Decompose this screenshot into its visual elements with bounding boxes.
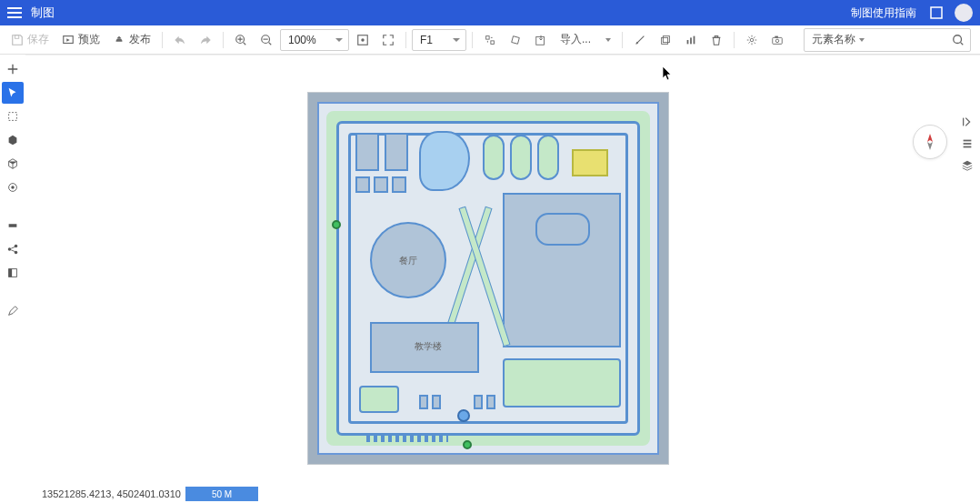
map-canvas[interactable]: 餐厅 教学楼 [25,55,980,503]
panel-tool[interactable] [2,262,24,284]
green-area[interactable] [359,386,399,413]
separator [223,32,224,48]
svg-point-21 [775,39,779,43]
green-area[interactable] [537,135,559,180]
select-tool[interactable] [2,82,24,104]
svg-rect-22 [775,35,778,37]
save-button[interactable]: 保存 [5,29,55,51]
camera-button[interactable] [765,29,789,51]
node-icon[interactable] [463,440,472,449]
svg-rect-24 [9,113,17,121]
redo-button[interactable] [194,29,217,51]
svg-rect-35 [964,140,972,142]
zoom-in-button[interactable] [229,29,253,51]
track[interactable] [535,213,590,246]
import-dropdown[interactable] [598,29,616,51]
svg-marker-34 [927,142,933,150]
svg-rect-32 [9,269,13,277]
layer-copy-button[interactable] [654,29,677,51]
compass[interactable] [913,125,947,159]
svg-rect-1 [7,12,22,14]
search-type-label: 元素名称 [812,32,855,47]
fit-screen-button[interactable] [351,29,375,51]
svg-rect-17 [690,37,692,44]
parking-row[interactable] [366,433,448,442]
green-area[interactable] [510,135,532,180]
publish-button[interactable]: 发布 [107,29,156,51]
search-box[interactable]: 元素名称 [804,28,971,52]
path-button[interactable] [628,29,652,51]
svg-rect-20 [773,37,783,44]
share-tool[interactable] [2,238,24,260]
settings-button[interactable] [740,29,764,51]
layers-panel-button[interactable] [959,157,975,174]
building[interactable] [392,176,406,193]
svg-rect-0 [7,7,22,9]
floor-select[interactable]: F1 [412,29,466,51]
building[interactable] [355,133,379,171]
separator [405,32,406,48]
svg-rect-12 [512,35,520,44]
building[interactable] [419,395,428,409]
svg-rect-36 [964,143,972,145]
node-icon[interactable] [332,220,341,229]
separator [734,32,735,48]
svg-rect-27 [9,224,17,227]
svg-rect-16 [687,40,689,44]
left-tool-panel [0,55,25,326]
publish-label: 发布 [129,32,151,47]
menu-icon[interactable] [7,5,22,20]
chart-button[interactable] [679,29,703,51]
svg-rect-10 [486,35,490,39]
svg-rect-3 [931,7,942,18]
marker-icon[interactable] [457,409,470,422]
svg-rect-13 [536,36,545,45]
list-panel-button[interactable] [959,136,975,152]
edit-tool[interactable] [2,300,24,322]
export-button[interactable] [529,29,553,51]
map-frame: 餐厅 教学楼 [307,92,669,465]
yellow-block[interactable] [572,149,608,176]
box-tool[interactable] [2,129,24,151]
app-title: 制图 [31,5,851,21]
zoom-select[interactable]: 100% [280,29,349,51]
fullscreen-button[interactable] [376,29,400,51]
green-area[interactable] [503,358,621,407]
svg-rect-2 [7,16,22,18]
import-button[interactable]: 导入... [555,29,596,51]
undo-button[interactable] [168,29,192,51]
building[interactable] [385,133,408,171]
align-button[interactable] [478,29,502,51]
separator [622,32,623,48]
add-tool[interactable] [2,58,24,80]
green-area[interactable] [483,135,505,180]
crop-tool[interactable] [2,106,24,127]
building[interactable] [486,395,495,409]
svg-rect-18 [694,35,695,44]
building[interactable] [374,176,388,193]
save-label: 保存 [27,32,49,47]
rect-tool[interactable] [2,215,24,236]
svg-point-26 [11,186,15,189]
svg-rect-11 [491,40,495,44]
zoom-out-button[interactable] [255,29,278,51]
svg-point-28 [8,247,12,251]
guide-link[interactable]: 制图使用指南 [851,5,916,21]
cube-tool[interactable] [2,153,24,175]
rotate-button[interactable] [504,29,527,51]
preview-button[interactable]: 预览 [56,29,105,51]
building[interactable] [474,395,483,409]
target-tool[interactable] [2,176,24,198]
expand-icon[interactable] [929,5,944,20]
building[interactable] [355,176,370,193]
search-icon[interactable] [952,34,965,46]
building[interactable] [432,395,441,409]
svg-point-9 [361,38,365,42]
user-avatar[interactable] [955,4,973,22]
coordinates: 13521285.4213, 4502401.0310 [42,488,181,499]
collapse-panel-button[interactable] [959,114,975,130]
delete-button[interactable] [705,29,728,51]
svg-point-19 [750,38,754,42]
search-type-select[interactable]: 元素名称 [812,32,952,47]
map-inner: 餐厅 教学楼 [317,102,659,455]
